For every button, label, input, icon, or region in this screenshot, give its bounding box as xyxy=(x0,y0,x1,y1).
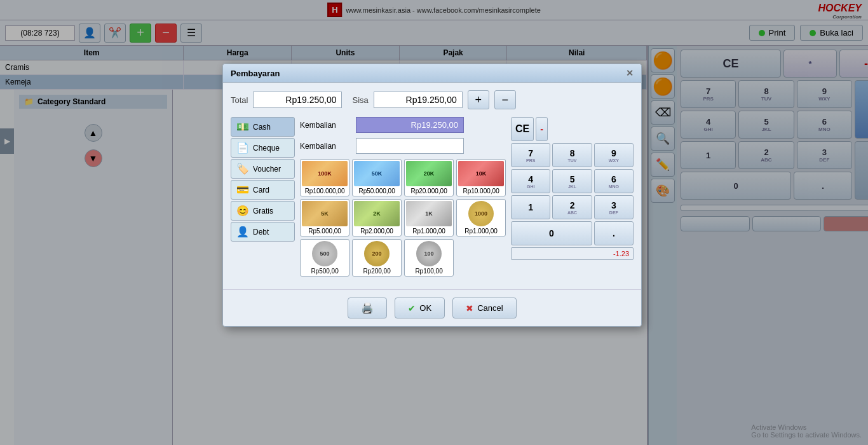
gratis-label: Gratis xyxy=(253,207,273,216)
dialog-1-btn[interactable]: 1 xyxy=(511,195,550,219)
dialog-5-btn[interactable]: 5JKL xyxy=(552,169,592,193)
denom-img-50000: 50K xyxy=(354,161,400,186)
denom-img-100000: 100K xyxy=(302,161,348,186)
pay-debt[interactable]: 👤 Debt xyxy=(231,222,295,242)
pay-cash[interactable]: 💵 Cash xyxy=(231,117,295,137)
denom-img-200: 200 xyxy=(364,241,390,266)
debt-label: Debt xyxy=(253,228,269,236)
x-icon: ✖ xyxy=(466,303,473,313)
dialog-title-text: Pembayaran xyxy=(231,69,280,78)
denom-50000[interactable]: 50K Rp50.000,00 xyxy=(352,159,402,196)
denom-label-200: Rp200,00 xyxy=(363,268,390,275)
denom-img-10000: 10K xyxy=(458,161,504,186)
cheque-label: Cheque xyxy=(253,144,280,153)
denom-label-50000: Rp50.000,00 xyxy=(358,188,395,195)
cash-label: Cash xyxy=(253,123,271,132)
kembalian-row2: Kembalian xyxy=(300,138,506,154)
kembalian-input2[interactable] xyxy=(356,138,464,154)
kembalian-label2: Kembalian xyxy=(300,142,351,151)
total-row: Total Sisa + − xyxy=(231,90,634,109)
denom-img-100: 100 xyxy=(416,241,442,266)
voucher-icon: 🏷️ xyxy=(236,163,249,175)
denom-label-1000-paper: Rp1.000,00 xyxy=(412,228,445,235)
dialog-calc-display: -1.23 xyxy=(511,247,634,260)
denom-label-coin1000: Rp1.000,00 xyxy=(465,228,498,235)
denom-img-coin1000: 1000 xyxy=(468,201,494,226)
cancel-label: Cancel xyxy=(477,303,503,313)
dialog-6-btn[interactable]: 6MNO xyxy=(594,169,634,193)
denom-label-5000: Rp5.000,00 xyxy=(308,228,341,235)
denom-5000[interactable]: 5K Rp5.000,00 xyxy=(300,199,349,236)
ok-label: OK xyxy=(419,303,431,313)
minus-sisa-btn[interactable]: − xyxy=(494,90,516,109)
dialog-calc-top-row: CE - xyxy=(511,117,634,141)
pay-gratis[interactable]: 😊 Gratis xyxy=(231,201,295,221)
kembalian-input1[interactable] xyxy=(356,117,464,133)
dialog-print-btn[interactable]: 🖨️ xyxy=(348,298,387,318)
dialog-2-btn[interactable]: 2ABC xyxy=(552,195,592,219)
sisa-label: Sisa xyxy=(352,95,368,105)
kembalian-label1: Kembalian xyxy=(300,121,351,130)
cheque-icon: 📄 xyxy=(236,142,249,154)
dialog-body: Total Sisa + − 💵 Cash 📄 Cheque 🏷️ V xyxy=(223,83,641,289)
gratis-icon: 😊 xyxy=(236,205,249,217)
denom-label-10000: Rp10.000,00 xyxy=(463,188,499,195)
denom-10000[interactable]: 10K Rp10.000,00 xyxy=(456,159,506,196)
debt-icon: 👤 xyxy=(236,226,249,238)
total-input[interactable] xyxy=(253,92,342,108)
denom-img-5000: 5K xyxy=(302,201,348,226)
dialog-title-bar: Pembayaran ✕ xyxy=(223,64,641,83)
pay-cheque[interactable]: 📄 Cheque xyxy=(231,138,295,158)
voucher-label: Voucher xyxy=(253,165,281,174)
denomination-grid: 100K Rp100.000,00 50K Rp50.000,00 20K Rp… xyxy=(300,159,506,277)
dialog-0-btn[interactable]: 0 xyxy=(511,221,592,245)
dialog-calc-grid: 7PRS 8TUV 9WXY 4GHI 5JKL 6MNO 1 2ABC 3DE… xyxy=(511,143,634,245)
check-icon: ✔ xyxy=(408,303,416,313)
dialog-3-btn[interactable]: 3DEF xyxy=(594,195,634,219)
plus-sisa-btn[interactable]: + xyxy=(468,90,489,109)
payment-methods: 💵 Cash 📄 Cheque 🏷️ Voucher 💳 Card 😊 xyxy=(231,117,295,282)
dialog-close-btn[interactable]: ✕ xyxy=(626,68,634,78)
denom-2000[interactable]: 2K Rp2.000,00 xyxy=(352,199,402,236)
dialog-calc-panel: CE - 7PRS 8TUV 9WXY 4GHI 5JKL 6MNO 1 2AB… xyxy=(511,117,634,282)
denom-coin1000[interactable]: 1000 Rp1.000,00 xyxy=(456,199,506,236)
denom-img-500: 500 xyxy=(312,241,337,266)
dialog-ce-btn[interactable]: CE xyxy=(511,117,534,141)
denom-100[interactable]: 100 Rp100,00 xyxy=(404,239,454,277)
kembalian-row1: Kembalian xyxy=(300,117,506,133)
pay-card[interactable]: 💳 Card xyxy=(231,180,295,200)
dialog-footer: 🖨️ ✔ OK ✖ Cancel xyxy=(223,289,641,326)
dialog-9-btn[interactable]: 9WXY xyxy=(594,143,634,167)
dialog-7-btn[interactable]: 7PRS xyxy=(511,143,550,167)
pay-voucher[interactable]: 🏷️ Voucher xyxy=(231,159,295,179)
payment-right: Kembalian Kembalian 100K Rp100.000,00 50… xyxy=(300,117,506,282)
denom-100000[interactable]: 100K Rp100.000,00 xyxy=(300,159,349,196)
denom-img-20000: 20K xyxy=(406,161,452,186)
card-icon: 💳 xyxy=(236,184,249,196)
dialog-dot-btn[interactable]: . xyxy=(594,221,634,245)
payment-dialog: Pembayaran ✕ Total Sisa + − 💵 Cash 📄 Che… xyxy=(222,64,642,327)
dialog-8-btn[interactable]: 8TUV xyxy=(552,143,592,167)
total-label: Total xyxy=(231,95,248,105)
dialog-ok-btn[interactable]: ✔ OK xyxy=(395,298,445,318)
denom-img-2000: 2K xyxy=(354,201,400,226)
dialog-content: 💵 Cash 📄 Cheque 🏷️ Voucher 💳 Card 😊 xyxy=(231,117,634,282)
denom-1000[interactable]: 1K Rp1.000,00 xyxy=(404,199,454,236)
denom-20000[interactable]: 20K Rp20.000,00 xyxy=(404,159,454,196)
cash-icon: 💵 xyxy=(236,121,249,133)
dialog-4-btn[interactable]: 4GHI xyxy=(511,169,550,193)
denom-200[interactable]: 200 Rp200,00 xyxy=(352,239,402,277)
denom-label-500: Rp500,00 xyxy=(311,268,338,275)
card-label: Card xyxy=(253,186,269,195)
dialog-minus-btn[interactable]: - xyxy=(536,117,548,141)
print-icon: 🖨️ xyxy=(361,302,374,314)
dialog-cancel-btn[interactable]: ✖ Cancel xyxy=(452,298,516,318)
sisa-input[interactable] xyxy=(374,92,463,108)
denom-img-1000: 1K xyxy=(406,201,452,226)
denom-label-20000: Rp20.000,00 xyxy=(410,188,447,195)
denom-500[interactable]: 500 Rp500,00 xyxy=(300,239,349,277)
denom-label-100: Rp100,00 xyxy=(415,268,442,275)
denom-label-100000: Rp100.000,00 xyxy=(305,188,345,195)
denom-label-2000: Rp2.000,00 xyxy=(360,228,393,235)
